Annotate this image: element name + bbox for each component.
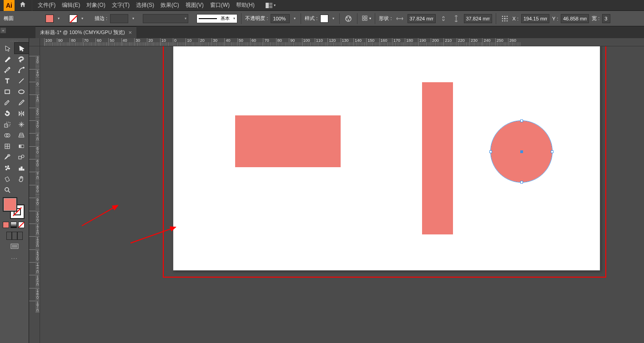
selection-handle[interactable]: [520, 119, 523, 122]
canvas[interactable]: [40, 46, 644, 343]
svg-point-14: [502, 18, 503, 19]
magic-wand-tool[interactable]: [0, 54, 15, 65]
paintbrush-tool[interactable]: [0, 97, 15, 108]
opacity-input[interactable]: [271, 14, 290, 23]
menu-item[interactable]: 编辑(E): [59, 0, 83, 10]
svg-point-15: [504, 18, 506, 20]
selection-handle[interactable]: [520, 181, 523, 184]
style-label: 样式 :: [305, 15, 317, 22]
svg-point-42: [5, 188, 9, 191]
curvature-tool[interactable]: [15, 65, 29, 75]
lasso-tool[interactable]: [15, 54, 29, 65]
svg-point-17: [502, 20, 503, 21]
selection-handle[interactable]: [489, 150, 492, 153]
draw-mode-buttons[interactable]: [6, 232, 23, 240]
stroke-dropdown[interactable]: ▾: [80, 15, 85, 23]
stroke-weight-label: 描边 :: [95, 15, 107, 22]
rectangle-shape[interactable]: [235, 115, 341, 167]
align-icon[interactable]: ▾: [361, 14, 371, 24]
shape-w-input[interactable]: [408, 14, 436, 23]
svg-line-43: [8, 191, 10, 193]
layout-toggle[interactable]: ▾: [263, 2, 278, 9]
svg-rect-45: [12, 245, 17, 248]
reference-point-icon[interactable]: [500, 14, 510, 24]
rotate-tool[interactable]: [0, 108, 15, 119]
gradient-mode-swatch[interactable]: [10, 222, 17, 228]
shape-builder-tool[interactable]: [0, 130, 15, 141]
svg-rect-0: [266, 3, 269, 8]
svg-point-21: [23, 67, 25, 69]
home-icon[interactable]: [16, 0, 29, 10]
selection-handle[interactable]: [551, 150, 553, 153]
brush-definition-dropdown[interactable]: 基本▾: [196, 14, 237, 23]
link-wh-icon[interactable]: [438, 14, 448, 24]
column-graph-tool[interactable]: [15, 163, 29, 174]
symbol-sprayer-tool[interactable]: [0, 163, 15, 174]
reflect-tool[interactable]: [15, 108, 29, 119]
document-tab[interactable]: 未标题-1* @ 100% (CMYK/GPU 预览) ×: [35, 26, 136, 38]
horizontal-ruler[interactable]: 1009080706050403020100102030405060708090…: [40, 38, 644, 46]
svg-point-34: [5, 166, 6, 168]
stroke-profile-dropdown[interactable]: ▾: [143, 14, 188, 23]
scale-tool[interactable]: [0, 119, 15, 130]
hand-tool[interactable]: [15, 174, 29, 184]
perspective-grid-tool[interactable]: [15, 130, 29, 141]
width-icon[interactable]: [395, 14, 405, 24]
document-tab-bar: « 未标题-1* @ 100% (CMYK/GPU 预览) ×: [0, 26, 644, 38]
ellipse-tool[interactable]: [15, 86, 29, 97]
free-transform-tool[interactable]: [15, 119, 29, 130]
stroke-color-swatch[interactable]: [69, 15, 77, 23]
pencil-tool[interactable]: [15, 97, 29, 108]
fill-stroke-indicator[interactable]: [3, 197, 25, 219]
ruler-origin[interactable]: [29, 38, 40, 46]
svg-point-12: [504, 15, 505, 17]
menu-item[interactable]: 帮助(H): [233, 0, 257, 10]
graphic-style-swatch[interactable]: [320, 15, 328, 23]
color-mode-swatch[interactable]: [3, 222, 9, 228]
wl-input[interactable]: [602, 14, 610, 23]
blend-tool[interactable]: [15, 152, 29, 163]
x-input[interactable]: [521, 14, 549, 23]
direct-select-tool[interactable]: [15, 43, 29, 54]
menu-item[interactable]: 选择(S): [133, 0, 157, 10]
mesh-tool[interactable]: [0, 141, 15, 152]
selection-center[interactable]: [520, 150, 523, 153]
edit-toolbar-icon[interactable]: ···: [0, 254, 29, 262]
collapse-panels-icon[interactable]: «: [0, 27, 6, 34]
vertical-ruler[interactable]: 2010010203040506070809010011012013014015…: [29, 46, 40, 343]
eyedropper-tool[interactable]: [0, 152, 15, 163]
toolbox-grip[interactable]: ·····: [0, 39, 29, 43]
recolor-icon[interactable]: [343, 14, 353, 24]
close-tab-icon[interactable]: ×: [129, 29, 132, 36]
menu-item[interactable]: 视图(V): [183, 0, 206, 10]
stroke-weight-input[interactable]: [110, 14, 128, 23]
type-tool[interactable]: T: [0, 75, 15, 86]
menu-item[interactable]: 窗口(W): [207, 0, 232, 10]
height-icon[interactable]: [451, 14, 461, 24]
svg-point-33: [21, 155, 24, 158]
menu-item[interactable]: 效果(C): [158, 0, 182, 10]
none-mode-swatch[interactable]: [18, 222, 25, 228]
fill-color-swatch[interactable]: [45, 15, 54, 23]
svg-rect-8: [365, 16, 367, 18]
y-input[interactable]: [561, 14, 589, 23]
slice-tool[interactable]: [0, 174, 15, 184]
menu-item[interactable]: 文件(F): [35, 0, 58, 10]
gradient-tool[interactable]: [15, 141, 29, 152]
shape-h-input[interactable]: [464, 14, 492, 23]
fill-dropdown[interactable]: ▾: [56, 15, 61, 23]
screen-mode-icon[interactable]: [10, 242, 20, 252]
svg-rect-1: [269, 3, 272, 5]
selection-tool[interactable]: [0, 43, 15, 54]
stroke-weight-dropdown[interactable]: ▾: [131, 15, 136, 23]
rectangle-tool[interactable]: [0, 86, 15, 97]
opacity-dropdown[interactable]: ▾: [292, 15, 297, 23]
svg-point-19: [506, 20, 508, 21]
line-tool[interactable]: [15, 75, 29, 86]
style-dropdown[interactable]: ▾: [331, 15, 336, 23]
menu-item[interactable]: 文字(T): [109, 0, 132, 10]
rectangle-shape[interactable]: [422, 82, 453, 234]
menu-item[interactable]: 对象(O): [84, 0, 108, 10]
zoom-tool[interactable]: [0, 184, 15, 195]
pen-tool[interactable]: [0, 65, 15, 75]
